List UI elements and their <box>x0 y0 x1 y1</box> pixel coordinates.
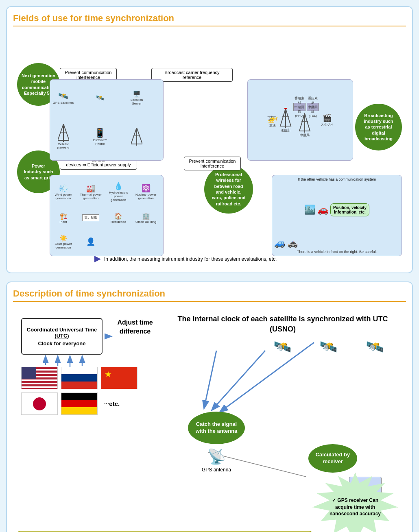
flags-row2: ···etc. <box>21 392 123 415</box>
catch-signal-text: Catch the signal with the antenna <box>196 421 238 435</box>
scene-mobile: 🛰️ GPS Satellites 🛰️ 🖥️ Location Server <box>50 79 164 161</box>
gps-antenna-label: GPS antenna <box>188 467 245 473</box>
satellite-sync-text: The internal clock of each satellite is … <box>168 314 398 334</box>
flag-china <box>101 367 137 389</box>
car-red: 🚗 <box>317 205 328 215</box>
adjust-label: Adjust time difference <box>117 319 153 335</box>
buildings: 🏙️ <box>304 205 315 215</box>
power-control: 電力制御 <box>80 214 102 221</box>
box-broadcast-carrier: Broadcast carrier frequency reference <box>151 68 233 82</box>
gps-antenna-area: Catch the signal with the antenna 📡 GPS … <box>188 412 245 473</box>
etc-label: ···etc. <box>101 392 123 415</box>
flag-russia <box>61 367 98 389</box>
adjust-box: Adjust time difference <box>111 318 159 336</box>
broadcast-box1: 番組素材 中継回線 (FPU) <box>293 103 306 111</box>
svg-point-9 <box>284 108 287 109</box>
satellite1: 🛰️ <box>273 338 292 355</box>
prevent-top-text: Prevent communication interference <box>65 70 112 80</box>
nanosecond-text: ✓ GPS receiver Can acquire time with nan… <box>325 497 385 517</box>
residence: 🏠 Residence <box>107 212 130 224</box>
calculated-by-area: Calculated by receiver <box>308 444 357 473</box>
sat-item: 🛰️ GPS Satellites <box>52 91 74 105</box>
scene-broadcast: 🚁 放送 送信所 <box>247 79 353 161</box>
power-scene-inner: 💨 Wind power generation 🏭 Thermal power … <box>50 175 163 256</box>
tower2 <box>126 128 148 146</box>
satellite-sync-label: The internal clock of each satellite is … <box>177 315 388 333</box>
vehicle-bottom-note: There is a vehicle in front on the right… <box>274 250 399 254</box>
section2-title: Description of time synchronization <box>13 288 406 302</box>
calculated-bubble: Calculated by receiver <box>308 444 357 473</box>
nanosecond-area: ✓ GPS receiver Can acquire time with nan… <box>312 473 398 532</box>
wind-power: 💨 Wind power generation <box>52 184 74 200</box>
solar-power: ☀️ Solar power generation <box>52 234 74 249</box>
flags-area: ···etc. <box>21 367 123 448</box>
flag-japan <box>21 392 58 415</box>
svg-line-19 <box>212 351 265 410</box>
oval-broadcasting: Broadcasting industry such as terrestria… <box>355 104 402 150</box>
satellites-area: 🛰️ 🛰️ 🛰️ <box>260 338 398 379</box>
vehicle-top-note: If the other vehicle has a communication… <box>274 177 399 181</box>
flag-us <box>21 367 58 389</box>
utc-title: Coordinated Universal Time (UTC) <box>25 327 98 339</box>
starburst-shape: ✓ GPS receiver Can acquire time with nan… <box>312 473 398 532</box>
flag-germany <box>61 392 98 415</box>
mobile-scene-inner: 🛰️ GPS Satellites 🛰️ 🖥️ Location Server <box>50 80 163 160</box>
nuclear-power: ⚛️ Nuclear power generation <box>135 184 157 200</box>
vehicle-scene-inner: If the other vehicle has a communication… <box>272 175 402 256</box>
broadcast-tower2: 中継局 <box>293 113 316 137</box>
prevent-bottom-text: Prevent communication interference <box>189 159 236 168</box>
helicopter: 🚁 放送 <box>267 113 278 128</box>
bottom-note-text: In addition, the measuring instrument in… <box>104 256 277 262</box>
broadcasting-label: Broadcasting industry such as terrestria… <box>364 113 393 142</box>
svg-line-18 <box>204 351 216 408</box>
section1-title: Fields of use for time synchronization <box>13 13 406 26</box>
office-building: 🏢 Office·Building <box>135 212 157 224</box>
broadcast-tower1: 送信所 <box>279 108 292 133</box>
studio: 🎬 スタジオ <box>321 113 334 127</box>
utc-subtitle: Clock for everyone <box>38 340 85 347</box>
antenna-icon: 📡 <box>188 448 245 465</box>
catch-signal-bubble: Catch the signal with the antenna <box>188 412 245 444</box>
scene-vehicle: If the other vehicle has a communication… <box>272 175 402 256</box>
power-label: Power Industry such as smart grid <box>24 163 53 181</box>
broadcast-carrier-text: Broadcast carrier frequency reference <box>164 70 219 80</box>
tower1: Cellular Network <box>52 124 74 150</box>
scene-power: 💨 Wind power generation 🏭 Thermal power … <box>50 175 164 256</box>
oval-professional: Professional wireless for between road a… <box>204 165 253 214</box>
starburst-container: ✓ GPS receiver Can acquire time with nan… <box>312 473 398 532</box>
professional-label: Professional wireless for between road a… <box>212 172 245 207</box>
satellite3: 🛰️ <box>366 338 384 355</box>
sat-item2: 🛰️ <box>89 94 111 102</box>
car-police: 🚓 <box>288 238 298 248</box>
section-description: Description of time synchronization <box>6 281 413 532</box>
main-container: Fields of use for time synchronization N… <box>6 6 413 532</box>
car-white: 🚙 <box>274 238 285 249</box>
vehicle-bottom-note-text: There is a vehicle in front on the right… <box>297 250 377 254</box>
box-prevent-bottom: Prevent communication interference <box>184 157 241 170</box>
location-server: 🖥️ Location Server <box>126 90 148 105</box>
fields-diagram: Next generation mobile communication Esp… <box>13 31 406 266</box>
person-power: 👤 <box>80 237 102 246</box>
satellite2: 🛰️ <box>319 338 338 355</box>
thermal-power: 🏭 Thermal power generation <box>80 184 102 200</box>
utc-box: Coordinated Universal Time (UTC) Clock f… <box>21 318 103 355</box>
bottom-note: In addition, the measuring instrument in… <box>94 256 402 262</box>
vehicle-main: 🏙️ 🚗 Position, velocityinformation, etc. <box>274 183 399 237</box>
flags-row1 <box>21 367 123 389</box>
calculated-text: Calculated by receiver <box>316 451 350 465</box>
broadcast-box2: 番組素材 中継回線 (TSL) <box>307 103 319 111</box>
section-fields-of-use: Fields of use for time synchronization N… <box>6 6 413 273</box>
phone-item: 📱 GizOne™ Phone <box>89 128 111 146</box>
desc-diagram: Coordinated Universal Time (UTC) Clock f… <box>13 306 406 532</box>
vehicle-top-note-text: If the other vehicle has a communication… <box>298 177 376 181</box>
bottom-arrow <box>94 256 101 262</box>
hydro-power: 💧 Hydroelectric power generation <box>107 182 130 202</box>
plant: 🏗️ Plant <box>52 212 74 224</box>
